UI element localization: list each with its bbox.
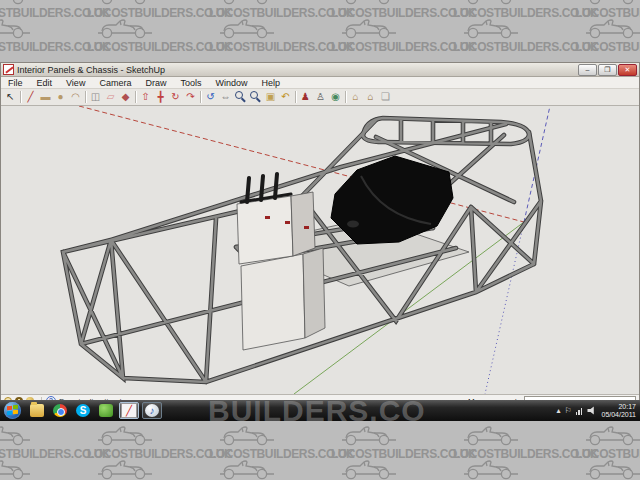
zoom-extents-icon[interactable]: ▣ — [263, 90, 278, 104]
watermark-unit: LOCOSTBUILDERS.CO.UK — [453, 423, 575, 461]
locost-car-logo — [0, 457, 31, 480]
chrome-icon — [53, 404, 67, 417]
eraser-icon[interactable]: ▱ — [103, 90, 118, 104]
share-models-icon[interactable]: ⌂ — [363, 90, 378, 104]
taskbar: BUILDERS.CO S╱♪ ▴ ⚐ 20:17 05/04/2011 — [0, 400, 640, 421]
look-around-icon[interactable]: ◉ — [328, 90, 343, 104]
hidden-icons-arrow-icon[interactable]: ▴ — [557, 406, 561, 415]
toolbar-separator — [135, 91, 136, 103]
windows-logo-pane — [7, 411, 12, 416]
volume-icon[interactable] — [587, 406, 596, 415]
footwell-boxes — [237, 192, 325, 350]
taskbar-app-media-player[interactable]: ♪ — [142, 402, 162, 419]
locost-car-logo — [341, 423, 397, 447]
watermark-unit: LOCOSTBUILDERS.CO.UK — [87, 457, 209, 480]
make-component-icon[interactable]: ◫ — [88, 90, 103, 104]
seat — [331, 156, 453, 244]
taskbar-watermark-text: BUILDERS.CO — [208, 400, 426, 421]
push-pull-icon[interactable]: ⇧ — [138, 90, 153, 104]
get-models-icon[interactable]: ⌂ — [348, 90, 363, 104]
sketchup-window: Interior Panels & Chassis - SketchUp – ❐… — [0, 62, 640, 400]
minimize-button[interactable]: – — [578, 64, 597, 76]
locost-car-logo — [463, 423, 519, 447]
close-button[interactable]: ✕ — [618, 64, 637, 76]
watermark-text: LOCOSTBUILDERS.CO.UK — [575, 40, 640, 54]
locost-car-logo — [585, 16, 640, 40]
toolbar: ↖╱▬●◠◫▱◆⇧╋↻↷↺⇔▣↶♟♙◉⌂⌂❏ — [1, 89, 639, 106]
3d-viewport[interactable] — [1, 106, 639, 394]
locost-car-logo — [219, 457, 275, 480]
title-bar[interactable]: Interior Panels & Chassis - SketchUp – ❐… — [1, 63, 639, 77]
network-icon[interactable] — [576, 407, 584, 415]
watermark-unit: LOCOSTBUILDERS.CO.UK — [0, 423, 87, 461]
orbit-icon[interactable]: ↺ — [203, 90, 218, 104]
previous-icon[interactable]: ↶ — [278, 90, 293, 104]
position-camera-icon[interactable]: ♟ — [298, 90, 313, 104]
menu-help[interactable]: Help — [254, 78, 287, 88]
locost-car-logo — [341, 457, 397, 480]
media-player-icon: ♪ — [145, 404, 159, 417]
system-tray: ▴ ⚐ 20:17 05/04/2011 — [557, 400, 640, 421]
taskbar-app-chrome[interactable] — [50, 402, 70, 419]
zoom-window-icon[interactable] — [248, 90, 263, 104]
watermark-unit: LOCOSTBUILDERS.CO.UK — [0, 457, 87, 480]
taskbar-apps: S╱♪ — [27, 402, 165, 419]
watermark-unit: LOCOSTBUILDERS.CO.UK — [575, 423, 640, 461]
taskbar-app-green-app[interactable] — [96, 402, 116, 419]
window-title: Interior Panels & Chassis - SketchUp — [17, 65, 577, 75]
locost-car-logo — [463, 16, 519, 40]
sketchup-app-icon — [3, 64, 14, 75]
pan-icon[interactable]: ⇔ — [218, 90, 233, 104]
menu-draw[interactable]: Draw — [138, 78, 173, 88]
move-icon[interactable]: ╋ — [153, 90, 168, 104]
circle-icon[interactable]: ● — [53, 90, 68, 104]
start-button[interactable] — [4, 402, 21, 419]
taskbar-app-skype[interactable]: S — [73, 402, 93, 419]
action-center-flag-icon[interactable]: ⚐ — [565, 406, 572, 415]
toolbar-separator — [85, 91, 86, 103]
watermark-unit: LOCOSTBUILDERS.CO.UK — [331, 16, 453, 54]
zoom-icon[interactable] — [233, 90, 248, 104]
follow-me-icon[interactable]: ↷ — [183, 90, 198, 104]
menu-file[interactable]: File — [1, 78, 30, 88]
select-icon[interactable]: ↖ — [3, 90, 18, 104]
green-app-icon — [99, 404, 113, 417]
clock-time: 20:17 — [601, 403, 636, 411]
locost-car-logo — [463, 457, 519, 480]
menu-view[interactable]: View — [59, 78, 92, 88]
locost-car-logo — [0, 16, 31, 40]
taskbar-app-sketchup[interactable]: ╱ — [119, 402, 139, 419]
watermark-band-bottom: LOCOSTBUILDERS.CO.UK LOCOSTBUILDERS.CO.U… — [0, 421, 640, 480]
toolbar-separator — [20, 91, 21, 103]
maximize-button[interactable]: ❐ — [598, 64, 617, 76]
explorer-icon — [30, 404, 44, 417]
locost-car-logo — [97, 423, 153, 447]
print-icon[interactable]: ❏ — [378, 90, 393, 104]
watermark-unit: LOCOSTBUILDERS.CO.UK — [0, 16, 87, 54]
watermark-unit: LOCOSTBUILDERS.CO.UK — [331, 423, 453, 461]
walk-icon[interactable]: ♙ — [313, 90, 328, 104]
menu-camera[interactable]: Camera — [92, 78, 138, 88]
watermark-band-top: LOCOSTBUILDERS.CO.UK LOCOSTBUILDERS.CO.U… — [0, 0, 640, 62]
toolbar-separator — [200, 91, 201, 103]
menu-tools[interactable]: Tools — [173, 78, 208, 88]
line-icon[interactable]: ╱ — [23, 90, 38, 104]
taskbar-clock[interactable]: 20:17 05/04/2011 — [601, 403, 636, 419]
locost-car-logo — [585, 423, 640, 447]
sketchup-icon: ╱ — [121, 403, 137, 418]
menu-bar: FileEditViewCameraDrawToolsWindowHelp — [1, 77, 639, 89]
paint-bucket-icon[interactable]: ◆ — [118, 90, 133, 104]
rotate-icon[interactable]: ↻ — [168, 90, 183, 104]
watermark-unit: LOCOSTBUILDERS.CO.UK — [87, 16, 209, 54]
menu-edit[interactable]: Edit — [30, 78, 60, 88]
arc-icon[interactable]: ◠ — [68, 90, 83, 104]
taskbar-app-explorer[interactable] — [27, 402, 47, 419]
locost-car-logo — [341, 16, 397, 40]
chassis-model — [1, 106, 639, 394]
locost-car-logo — [97, 457, 153, 480]
locost-car-logo — [0, 423, 31, 447]
menu-window[interactable]: Window — [208, 78, 254, 88]
rectangle-icon[interactable]: ▬ — [38, 90, 53, 104]
toolbar-separator — [295, 91, 296, 103]
watermark-unit: LOCOSTBUILDERS.CO.UK — [453, 457, 575, 480]
